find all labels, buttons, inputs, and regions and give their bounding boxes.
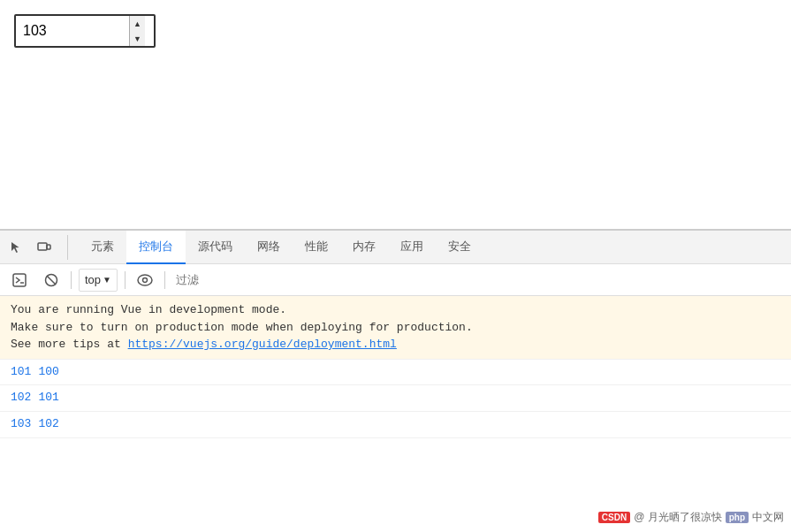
eye-icon-button[interactable] (133, 268, 157, 293)
filter-input[interactable] (172, 271, 784, 288)
vue-message-line1: You are running Vue in development mode. (11, 303, 286, 316)
chevron-down-icon: ▼ (103, 275, 111, 285)
devtools-icon-group (4, 235, 68, 260)
watermark-user: @ 月光晒了很凉快 (634, 510, 722, 525)
svg-line-5 (47, 276, 56, 285)
console-output: You are running Vue in development mode.… (0, 296, 791, 532)
clear-console-icon-button[interactable] (39, 268, 64, 293)
page-area (0, 0, 791, 230)
csdn-logo: CSDN (598, 512, 630, 523)
log-value-2-2: 101 (38, 389, 58, 407)
vue-dev-message: You are running Vue in development mode.… (0, 296, 791, 360)
console-toolbar: top ▼ (0, 264, 791, 296)
run-script-icon-button[interactable] (7, 268, 32, 293)
svg-rect-1 (47, 245, 50, 249)
spinner-buttons (129, 16, 145, 46)
tab-security[interactable]: 安全 (436, 231, 483, 264)
tab-network[interactable]: 网络 (245, 231, 293, 264)
log-value-1-2: 100 (38, 363, 58, 382)
toolbar-separator-2 (125, 271, 125, 289)
log-value-1-1: 101 (11, 363, 31, 382)
devtools-panel: 元素 控制台 源代码 网络 性能 内存 应用 安全 top ▼ (0, 230, 791, 532)
vue-message-line3: See more tips at (11, 338, 128, 351)
tab-memory[interactable]: 内存 (340, 231, 388, 264)
spinner-down-button[interactable] (130, 31, 145, 46)
log-value-3-2: 102 (38, 415, 58, 434)
svg-point-7 (142, 277, 147, 282)
cursor-icon-button[interactable] (4, 235, 28, 260)
watermark: CSDN @ 月光晒了很凉快 php 中文网 (598, 510, 784, 525)
log-value-2-1: 102 (11, 389, 31, 407)
toolbar-separator (71, 271, 72, 289)
php-logo: php (726, 512, 749, 523)
tab-console[interactable]: 控制台 (126, 231, 186, 264)
log-value-3-1: 103 (11, 415, 31, 434)
number-input-wrapper (14, 14, 156, 48)
context-selector-label: top (85, 273, 101, 286)
devtools-tab-bar: 元素 控制台 源代码 网络 性能 内存 应用 安全 (0, 231, 791, 264)
tab-performance[interactable]: 性能 (293, 231, 340, 264)
log-line-1: 101 100 (0, 360, 791, 386)
tab-application[interactable]: 应用 (388, 231, 436, 264)
watermark-cn: 中文网 (752, 510, 784, 525)
number-input[interactable] (16, 16, 129, 46)
tab-sources[interactable]: 源代码 (186, 231, 245, 264)
device-toolbar-icon-button[interactable] (32, 235, 57, 260)
context-selector[interactable]: top ▼ (79, 269, 118, 292)
vue-message-line2: Make sure to turn on production mode whe… (11, 321, 473, 334)
spinner-up-button[interactable] (130, 16, 145, 31)
tab-elements[interactable]: 元素 (79, 231, 126, 264)
toolbar-separator-3 (164, 271, 165, 289)
svg-point-6 (138, 275, 152, 285)
vue-deployment-link[interactable]: https://vuejs.org/guide/deployment.html (128, 338, 397, 351)
svg-rect-0 (38, 243, 47, 250)
log-line-2: 102 101 (0, 385, 791, 412)
log-line-3: 103 102 (0, 412, 791, 438)
